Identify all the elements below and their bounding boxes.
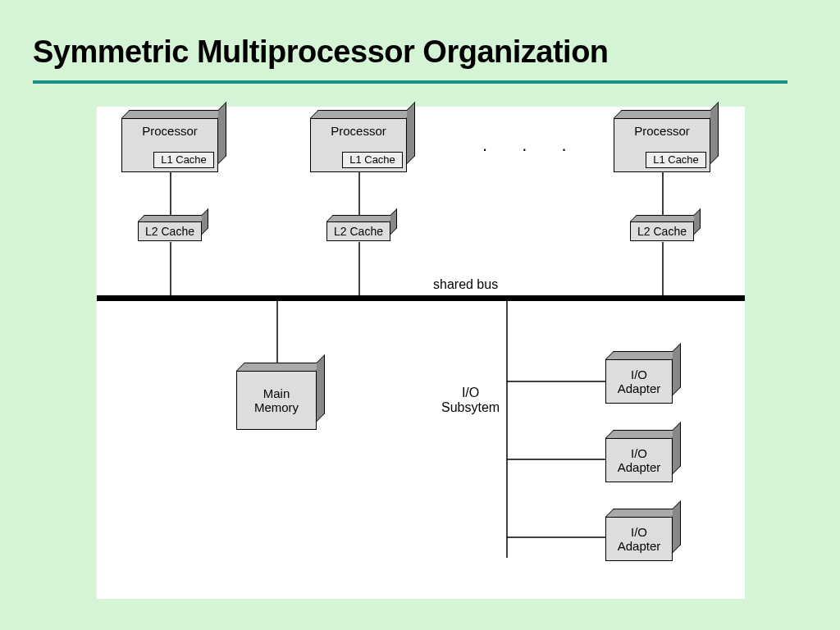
slide: Symmetric Multiprocessor Organization <box>0 0 840 630</box>
l1-cache-2: L1 Cache <box>342 152 403 168</box>
processor-label: Processor <box>331 124 386 138</box>
processor-label: Processor <box>634 124 690 138</box>
io-subsystem-label: I/O Subsytem <box>441 386 500 415</box>
diagram-canvas: Processor L1 Cache Processor L1 Cache Pr… <box>97 107 745 599</box>
ellipsis: . . . <box>482 135 582 156</box>
page-title: Symmetric Multiprocessor Organization <box>33 34 609 70</box>
svg-rect-0 <box>97 295 745 301</box>
title-underline <box>33 80 788 84</box>
l1-cache-1: L1 Cache <box>153 152 214 168</box>
l1-cache-3: L1 Cache <box>646 152 706 168</box>
processor-label: Processor <box>142 124 198 138</box>
shared-bus-label: shared bus <box>433 277 498 292</box>
